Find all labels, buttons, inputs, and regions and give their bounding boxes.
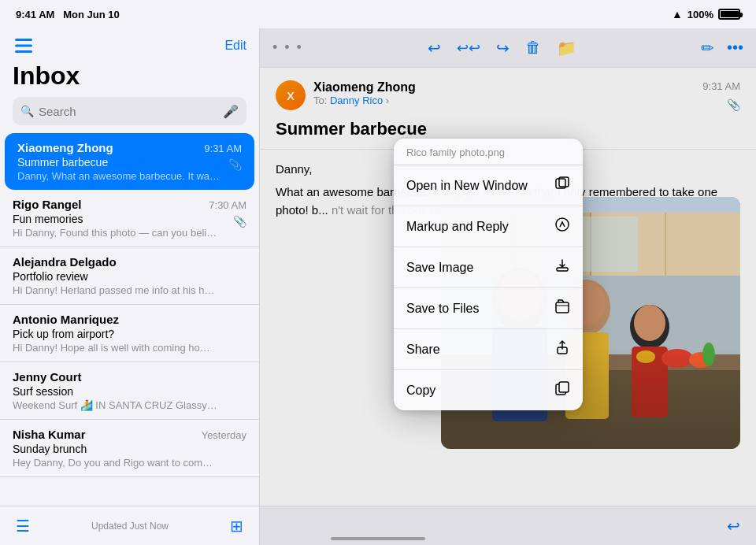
- inbox-panel: Edit Inbox 🔍 🎤 Xiaomeng Zhong 9:31 AM Su…: [0, 28, 260, 545]
- app-container: Edit Inbox 🔍 🎤 Xiaomeng Zhong 9:31 AM Su…: [0, 28, 756, 545]
- mail-sender-5: Nisha Kumar: [13, 428, 86, 441]
- save-image-label: Save Image: [406, 261, 473, 275]
- wifi-icon: ▲: [672, 8, 683, 20]
- mail-sender-4: Jenny Court: [13, 370, 82, 384]
- mail-preview-5: Hey Danny, Do you and Rigo want to come …: [13, 457, 217, 469]
- mail-item-5[interactable]: Nisha Kumar Yesterday Sunday brunch Hey …: [0, 420, 259, 477]
- search-bar[interactable]: 🔍 🎤: [13, 97, 246, 125]
- mail-subject-5: Sunday brunch: [13, 443, 246, 455]
- save-image-icon: [554, 258, 570, 277]
- svg-rect-1: [15, 45, 32, 47]
- mail-item-selected[interactable]: Xiaomeng Zhong 9:31 AM Summer barbecue D…: [5, 133, 254, 190]
- mail-item-1[interactable]: Rigo Rangel 7:30 AM Fun memories Hi Dann…: [0, 190, 259, 247]
- context-menu-save-files[interactable]: Save to Files: [394, 288, 583, 329]
- open-window-label: Open in New Window: [406, 179, 528, 193]
- svg-rect-30: [557, 268, 568, 271]
- edit-button[interactable]: Edit: [224, 39, 246, 53]
- mail-subject-3: Pick up from airport?: [13, 328, 246, 340]
- context-menu-open-window[interactable]: Open in New Window: [394, 165, 583, 206]
- mail-list: Xiaomeng Zhong 9:31 AM Summer barbecue D…: [0, 133, 259, 506]
- save-files-label: Save to Files: [406, 302, 479, 316]
- attachment-icon-0: 📎: [228, 158, 242, 171]
- context-menu-markup[interactable]: Markup and Reply: [394, 206, 583, 247]
- mic-icon[interactable]: 🎤: [223, 104, 239, 119]
- search-input[interactable]: [39, 105, 218, 118]
- mail-sender-3: Antonio Manriquez: [13, 313, 119, 326]
- search-icon: 🔍: [20, 105, 34, 117]
- inbox-title: Inbox: [0, 60, 259, 97]
- context-menu: Rico family photo.png Open in New Window…: [394, 139, 583, 410]
- sidebar-toggle-button[interactable]: [13, 35, 35, 57]
- mail-preview-3: Hi Danny! Hope all is well with coming h…: [13, 342, 217, 354]
- svg-point-29: [556, 218, 569, 231]
- svg-rect-0: [15, 39, 32, 41]
- mail-subject-0: Summer barbecue: [17, 156, 242, 169]
- copy-label: Copy: [406, 384, 435, 398]
- battery-icon: [718, 9, 740, 20]
- mail-preview-1: Hi Danny, Found this photo — can you bel…: [13, 227, 217, 239]
- updated-text: Updated Just Now: [30, 521, 230, 532]
- inbox-toolbar: Edit: [0, 28, 259, 60]
- svg-rect-34: [559, 382, 569, 392]
- mail-preview-2: Hi Danny! Herland passed me info at his …: [13, 284, 217, 296]
- mail-item-3[interactable]: Antonio Manriquez Pick up from airport? …: [0, 305, 259, 362]
- mail-item-2[interactable]: Alejandra Delgado Portfolio review Hi Da…: [0, 247, 259, 305]
- svg-rect-2: [15, 50, 32, 53]
- mail-subject-2: Portfolio review: [13, 270, 246, 283]
- context-menu-save-image[interactable]: Save Image: [394, 247, 583, 288]
- email-panel: • • • ↩ ↩↩ ↪ 🗑 📁 ✏ ••• X Xiaomeng Zhong …: [260, 28, 756, 545]
- status-bar: 9:41 AM Mon Jun 10 ▲ 100%: [0, 0, 756, 28]
- mail-subject-4: Surf session: [13, 385, 246, 398]
- filter-icon[interactable]: ☰: [16, 517, 30, 536]
- mail-item-4[interactable]: Jenny Court Surf session Weekend Surf 🏄 …: [0, 362, 259, 420]
- status-time: 9:41 AM Mon Jun 10: [16, 9, 120, 20]
- mail-preview-4: Weekend Surf 🏄 IN SANTA CRUZ Glassy wave…: [13, 399, 217, 411]
- mail-sender-1: Rigo Rangel: [13, 198, 82, 211]
- mail-subject-1: Fun memories: [13, 213, 246, 225]
- copy-icon: [554, 380, 570, 400]
- markup-icon: [554, 217, 570, 236]
- markup-label: Markup and Reply: [406, 220, 509, 234]
- mail-time-1: 7:30 AM: [209, 199, 246, 211]
- attachment-icon-1: 📎: [233, 215, 246, 228]
- mail-time-0: 9:31 AM: [204, 143, 242, 154]
- context-menu-copy[interactable]: Copy: [394, 370, 583, 410]
- mail-time-5: Yesterday: [202, 429, 246, 441]
- mail-sender-2: Alejandra Delgado: [13, 255, 117, 269]
- save-files-icon: [554, 298, 570, 318]
- share-label: Share: [406, 343, 440, 357]
- mail-preview-0: Danny, What an awesome barbecue. It was …: [17, 170, 222, 182]
- share-icon: [554, 339, 570, 359]
- mail-sender-0: Xiaomeng Zhong: [17, 141, 113, 154]
- compose-group-icon[interactable]: ⊞: [230, 517, 243, 536]
- battery-percent: 100%: [687, 9, 713, 20]
- context-menu-filename: Rico family photo.png: [394, 139, 583, 165]
- inbox-bottom-bar: ☰ Updated Just Now ⊞: [0, 506, 259, 545]
- context-menu-share[interactable]: Share: [394, 329, 583, 370]
- svg-rect-31: [556, 302, 569, 313]
- status-indicators: ▲ 100%: [672, 8, 740, 20]
- open-window-icon: [554, 176, 570, 195]
